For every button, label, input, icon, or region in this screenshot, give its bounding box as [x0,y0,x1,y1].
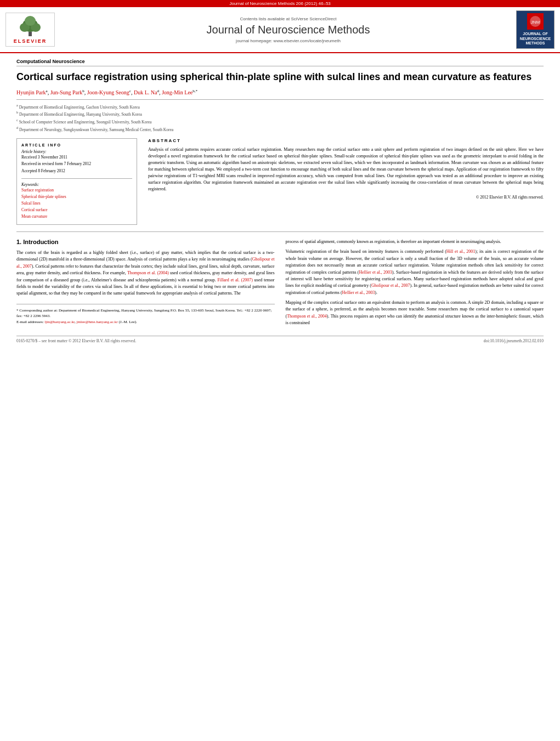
email-link-2[interactable]: jmlee@hme.hanyang.ac.kr [77,320,118,324]
main-content: Computational Neuroscience Cortical surf… [0,53,560,349]
section-tag: Computational Neuroscience [16,59,544,66]
ref-thompson2004-2[interactable]: Thompson et al., 2004 [287,314,327,319]
elsevier-tree-icon [14,15,47,37]
journal-citation-bar: Journal of Neuroscience Methods 206 (201… [0,0,560,7]
email-link-1[interactable]: ljin@hanyang.ac.kr [44,320,75,324]
ref-hellier2003[interactable]: Hellier et al., 2003 [359,270,393,275]
article-info-title: ARTICLE INFO [21,143,132,147]
both-text: both [332,167,340,172]
keyword-2: Spherical thin-plate splines [21,194,132,200]
incorporated-text: incorporated [382,160,404,165]
abstract-text: Analysis of cortical patterns requires a… [148,146,544,193]
keyword-4: Cortical surface [21,207,132,213]
svg-rect-0 [29,32,32,36]
affil-a: a Department of Biomedical Engineering, … [16,103,544,110]
intro-para-2: process of spatial alignment, commonly k… [286,239,544,245]
history-label: Article history: [21,149,132,154]
journal-logo-right: JNM JOURNAL OFNEUROSCIENCEMETHODS [516,10,555,49]
author-hyunjin: Hyunjin Park [16,90,46,96]
ref-gholipour[interactable]: Gholipour et al., 2007 [16,257,275,268]
intro-para-4: Mapping of the complex cortical surface … [286,299,544,327]
section1-heading: 1. Introduction [16,239,275,245]
abstract-col: ABSTRACT Analysis of cortical patterns r… [148,138,544,225]
bottom-strip: 0165-0270/$ – see front matter © 2012 El… [16,336,544,343]
history-dates: Received 3 November 2011 Received in rev… [21,154,132,175]
journal-citation: Journal of Neuroscience Methods 206 (201… [229,1,331,6]
svg-point-4 [25,16,36,26]
author-jongmin: Jong-Min Lee [162,90,193,96]
article-info-box: ARTICLE INFO Article history: Received 3… [16,138,137,225]
body-right-col: process of spatial alignment, commonly k… [286,239,544,330]
intro-para-3: Volumetric registration of the brain bas… [286,248,544,296]
ref-gholipour2[interactable]: Gholipour et al., 2007 [371,283,410,288]
journal-header: ELSEVIER Contents lists available at Sci… [0,7,560,53]
jnm-logo-icon: JNM [529,15,542,28]
footnote-corresponding: * Corresponding author at: Department of… [16,308,275,319]
keywords-label: Keywords: [21,182,132,187]
article-info-abstract-section: ARTICLE INFO Article history: Received 3… [16,138,544,225]
body-left-col: 1. Introduction The cortex of the brain … [16,239,275,330]
ref-thompson2004[interactable]: Thompson et al. (2004) [127,270,169,275]
author-junsung: Jun-Sung Park [50,90,83,96]
revised-date: Received in revised form 7 February 2012 [21,161,132,168]
copyright-line: © 2012 Elsevier B.V. All rights reserved… [148,195,544,200]
paper-title: Cortical surface registration using sphe… [16,71,544,83]
affil-c: c School of Computer Science and Enginee… [16,117,544,125]
main-divider [16,231,544,232]
issn-text: 0165-0270/$ – see front matter © 2012 El… [16,338,136,343]
affiliations: a Department of Biomedical Engineering, … [16,99,544,133]
received-date: Received 3 November 2011 [21,154,132,161]
jnm-logo-text: JOURNAL OFNEUROSCIENCEMETHODS [520,32,551,46]
doi-text: doi:10.1016/j.jneumeth.2012.02.010 [484,338,544,343]
affil-d: d Department of Neurology, Sungkyunkwan … [16,125,544,133]
ref-fillard[interactable]: Fillard et al. (2007) [217,278,252,282]
keyword-5: Mean curvature [21,213,132,220]
divider-1 [21,178,132,179]
footnotes-section: * Corresponding author at: Department of… [16,304,275,325]
intro-para-1: The cortex of the brain is regarded as a… [16,250,275,297]
elsevier-wordmark: ELSEVIER [14,38,47,44]
body-section: 1. Introduction The cortex of the brain … [16,239,544,330]
footnote-email: E-mail addresses: ljin@hanyang.ac.kr, jm… [16,319,275,325]
author-joonkyung: Joon-Kyung Seong [87,90,129,96]
accepted-date: Accepted 8 February 2012 [21,168,132,175]
ref-hellier2003-2[interactable]: Hellier et al., 2003 [342,290,375,295]
homepage-line: journal homepage: www.elsevier.com/locat… [60,38,516,43]
journal-center-info: Contents lists available at SciVerse Sci… [60,16,516,43]
keyword-1: Surface registration [21,187,132,194]
elsevier-logo: ELSEVIER [5,13,55,47]
abstract-title: ABSTRACT [148,138,544,143]
keywords-section: Keywords: Surface registration Spherical… [21,182,132,220]
affil-b: b Department of Biomedical Engineering, … [16,110,544,117]
svg-text:JNM: JNM [531,20,540,25]
journal-title: Journal of Neuroscience Methods [60,24,516,36]
authors-line: Hyunjin Parka, Jun-Sung Parkb, Joon-Kyun… [16,89,544,95]
ref-hill[interactable]: Hill et al., 2001 [446,249,476,254]
sciverse-line: Contents lists available at SciVerse Sci… [60,16,516,21]
author-duk: Duk L. Na [134,90,157,96]
article-info-col: ARTICLE INFO Article history: Received 3… [16,138,137,225]
keyword-3: Sulcal lines [21,200,132,207]
